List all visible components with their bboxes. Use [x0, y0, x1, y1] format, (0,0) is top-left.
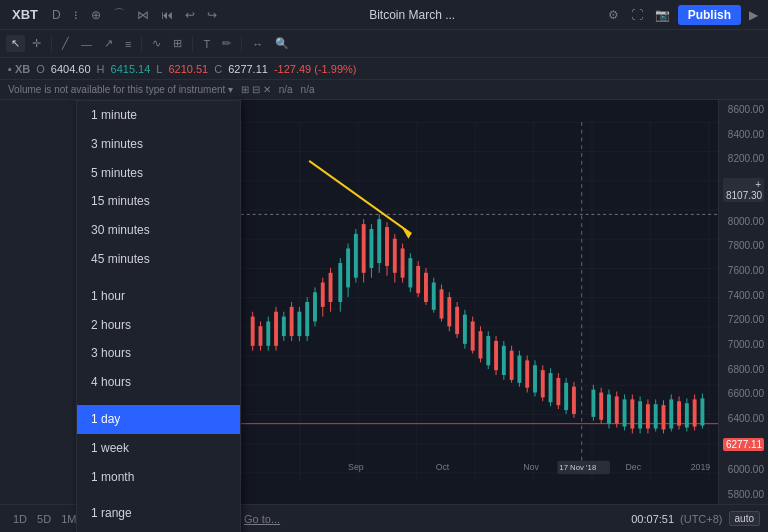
price-5800: 5800.00: [723, 489, 764, 500]
svg-text:Nov: Nov: [523, 462, 539, 472]
price-6600: 6600.00: [723, 388, 764, 399]
menu-45min[interactable]: 45 minutes: [77, 245, 240, 274]
volume-na2: n/a: [301, 84, 315, 95]
menu-3min[interactable]: 3 minutes: [77, 130, 240, 159]
menu-30min[interactable]: 30 minutes: [77, 216, 240, 245]
menu-sep-1: [77, 274, 240, 282]
price-8107: + 8107.30: [723, 178, 764, 202]
price-7200: 7200.00: [723, 314, 764, 325]
low-value: 6210.51: [168, 63, 208, 75]
menu-3h[interactable]: 3 hours: [77, 339, 240, 368]
menu-1h[interactable]: 1 hour: [77, 282, 240, 311]
goto-link[interactable]: Go to...: [244, 513, 280, 525]
price-8000: 8000.00: [723, 216, 764, 227]
menu-sep-3: [77, 491, 240, 499]
top-bar: XBT D ⫶ ⊕ ⌒ ⋈ ⏮ ↩ ↪ Bitcoin March ... ⚙ …: [0, 0, 768, 30]
channel-tool[interactable]: ≡: [120, 36, 136, 52]
menu-15min[interactable]: 15 minutes: [77, 187, 240, 216]
zoom-tool[interactable]: 🔍: [270, 35, 294, 52]
settings-icon[interactable]: ⚙: [604, 6, 623, 24]
menu-sep-2: [77, 397, 240, 405]
separator-1: [51, 36, 52, 52]
separator-4: [241, 36, 242, 52]
price-7800: 7800.00: [723, 240, 764, 251]
fullscreen-icon[interactable]: ⛶: [627, 6, 647, 24]
menu-10range[interactable]: 10 ranges: [77, 528, 240, 532]
auto-button[interactable]: auto: [729, 511, 760, 526]
toolbar: ↖ ✛ ╱ — ↗ ≡ ∿ ⊞ T ✏ ↔ 🔍: [0, 30, 768, 58]
tab-1d[interactable]: 1D: [8, 511, 32, 527]
volume-bar: Volume is not available for this type of…: [0, 80, 768, 100]
volume-text: Volume is not available for this type of…: [8, 84, 233, 95]
symbol-label: XBT: [6, 7, 44, 22]
chart-area[interactable]: Sep Oct Nov 17 Nov '18 Dec 2019: [241, 100, 718, 504]
redo-btn-top[interactable]: ↪: [203, 6, 221, 24]
menu-1min[interactable]: 1 minute: [77, 101, 240, 130]
volume-na-icon: ⊞ ⊟ ✕: [241, 84, 271, 95]
chart-title: Bitcoin March ...: [369, 8, 455, 22]
undo-btn-top[interactable]: ↩: [181, 6, 199, 24]
timezone: (UTC+8): [680, 513, 722, 525]
interval-button[interactable]: D: [48, 6, 65, 24]
replay-button[interactable]: ⏮: [157, 6, 177, 24]
price-bar: ▪ XB O 6404.60 H 6415.14 L 6210.51 C 627…: [0, 58, 768, 80]
open-value: 6404.60: [51, 63, 91, 75]
brush-tool[interactable]: ✏: [217, 35, 236, 52]
separator-2: [141, 36, 142, 52]
menu-1w[interactable]: 1 week: [77, 434, 240, 463]
horizontal-tool[interactable]: —: [76, 36, 97, 52]
price-symbol: ▪ XB: [8, 63, 30, 75]
interval-dropdown: 1 minute 3 minutes 5 minutes 15 minutes …: [76, 100, 241, 532]
menu-1d[interactable]: 1 day: [77, 405, 240, 434]
menu-2h[interactable]: 2 hours: [77, 311, 240, 340]
menu-1mo[interactable]: 1 month: [77, 463, 240, 492]
svg-text:Oct: Oct: [436, 462, 450, 472]
price-7600: 7600.00: [723, 265, 764, 276]
measure-tool[interactable]: ↔: [247, 36, 268, 52]
tab-5d[interactable]: 5D: [32, 511, 56, 527]
svg-text:17 Nov '18: 17 Nov '18: [559, 463, 596, 472]
close-label: C: [214, 63, 222, 75]
price-7400: 7400.00: [723, 290, 764, 301]
volume-na1: n/a: [279, 84, 293, 95]
pattern-tool[interactable]: ⊞: [168, 35, 187, 52]
trendline-tool[interactable]: ╱: [57, 35, 74, 52]
svg-text:Dec: Dec: [626, 462, 642, 472]
high-value: 6415.14: [111, 63, 151, 75]
price-8200: 8200.00: [723, 153, 764, 164]
cursor-tool[interactable]: ↖: [6, 35, 25, 52]
price-6800: 6800.00: [723, 364, 764, 375]
pattern-button[interactable]: ⋈: [133, 6, 153, 24]
svg-text:2019: 2019: [691, 462, 711, 472]
crosshair-tool[interactable]: ✛: [27, 35, 46, 52]
line-tool-button[interactable]: ⌒: [109, 4, 129, 25]
open-label: O: [36, 63, 45, 75]
menu-4h[interactable]: 4 hours: [77, 368, 240, 397]
price-8600: 8600.00: [723, 104, 764, 115]
add-button[interactable]: ⊕: [87, 6, 105, 24]
price-7000: 7000.00: [723, 339, 764, 350]
price-axis: 8600.00 8400.00 8200.00 + 8107.30 8000.0…: [718, 100, 768, 504]
low-label: L: [156, 63, 162, 75]
indicator-button[interactable]: ⫶: [69, 6, 83, 24]
price-6277: 6277.11: [723, 438, 764, 451]
main-area: 1 minute 3 minutes 5 minutes 15 minutes …: [0, 100, 768, 504]
price-change: -127.49 (-1.99%): [274, 63, 357, 75]
ray-tool[interactable]: ↗: [99, 35, 118, 52]
snapshot-icon[interactable]: 📷: [651, 6, 674, 24]
separator-3: [192, 36, 193, 52]
price-6000: 6000.00: [723, 464, 764, 475]
price-6400: 6400.00: [723, 413, 764, 424]
high-label: H: [97, 63, 105, 75]
menu-5min[interactable]: 5 minutes: [77, 159, 240, 188]
fib-tool[interactable]: ∿: [147, 35, 166, 52]
publish-button[interactable]: Publish: [678, 5, 741, 25]
svg-text:Sep: Sep: [348, 462, 364, 472]
menu-1range[interactable]: 1 range: [77, 499, 240, 528]
current-time: 00:07:51: [631, 513, 674, 525]
interval-tabs: 1D 5D 1M: [8, 511, 81, 527]
more-options-icon[interactable]: ▶: [745, 6, 762, 24]
text-tool[interactable]: T: [198, 36, 215, 52]
close-value: 6277.11: [228, 63, 268, 75]
chart-svg: Sep Oct Nov 17 Nov '18 Dec 2019: [241, 100, 718, 504]
